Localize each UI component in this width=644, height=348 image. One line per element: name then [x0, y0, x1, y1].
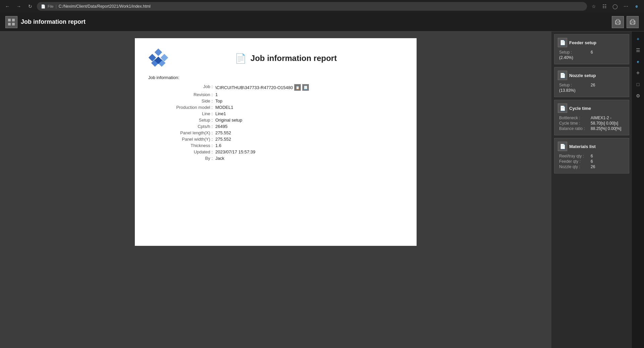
print-button-1[interactable]: [612, 16, 624, 28]
info-row: Panel width(Y) :275.552: [148, 137, 403, 142]
reload-button[interactable]: ↻: [25, 2, 35, 11]
sidebar: 📄Feeder setupSetup :6(2.40%)📄Nozzle setu…: [551, 31, 632, 348]
info-row: Job :\CIRCUITHUB\347733-R47720-O15480📋📃: [148, 84, 403, 91]
account-button[interactable]: ◯: [610, 2, 620, 11]
info-row: Thickness :1.6: [148, 143, 403, 148]
sidebar-row: Setup :26: [559, 83, 626, 87]
star-button[interactable]: ☆: [589, 2, 598, 11]
address-separator: |: [56, 4, 57, 9]
address-bar[interactable]: 📄 File | C:/Nexim/Client/Data/Report2021…: [37, 2, 587, 11]
svg-point-11: [634, 21, 635, 22]
svg-rect-1: [12, 19, 15, 21]
address-text: C:/Nexim/Client/Data/Report2021/Work1/in…: [59, 4, 151, 9]
info-label: Revision :: [148, 92, 215, 97]
sidebar-row-value: (13.83%): [559, 88, 576, 93]
print-buttons: [612, 16, 639, 28]
browser-actions: ☆ ☷ ◯ ⋯ e: [589, 2, 641, 11]
info-value: 2023/07/17 15:57:39: [215, 149, 255, 154]
sidebar-row: (2.40%): [559, 55, 626, 60]
back-button[interactable]: ←: [3, 2, 12, 11]
zoom-button[interactable]: +: [633, 34, 643, 44]
info-label: Cpts/h :: [148, 124, 215, 129]
svg-rect-3: [12, 23, 15, 25]
paper-title-icon: 📄: [235, 53, 247, 64]
maximize-button[interactable]: □: [633, 80, 643, 89]
sidebar-card-icon-nozzle-setup: 📄: [558, 71, 567, 80]
svg-rect-10: [631, 23, 634, 24]
info-value: 1: [215, 92, 218, 97]
info-value: \CIRCUITHUB\347733-R47720-O15480📋📃: [215, 84, 309, 91]
svg-point-7: [619, 21, 620, 22]
sidebar-row-value: 26: [591, 83, 595, 87]
sidebar-row: Setup :6: [559, 50, 626, 55]
sidebar-row: Nozzle qty :26: [559, 164, 626, 169]
info-value: 26495: [215, 124, 227, 129]
sidebar-card-header: 📄Feeder setup: [558, 38, 626, 47]
job-copy-icon[interactable]: 📋: [294, 84, 301, 91]
sidebar-card-nozzle-setup[interactable]: 📄Nozzle setupSetup :26(13.83%): [554, 67, 629, 97]
paper-title-area: 📄 Job information report: [168, 53, 403, 64]
info-label: Side :: [148, 98, 215, 103]
app-header: Job information report: [0, 13, 644, 31]
info-row: Updated :2023/07/17 15:57:39: [148, 149, 403, 154]
more-button[interactable]: ⋯: [621, 2, 631, 11]
file-icon: 📄: [41, 4, 46, 9]
sidebar-toggle[interactable]: ☰: [633, 46, 643, 55]
sidebar-row-label: Cycle time :: [559, 121, 589, 126]
sidebar-row-value: 6: [591, 50, 593, 55]
forward-button[interactable]: →: [14, 2, 23, 11]
main-content: 📄 Job information report Job information…: [0, 31, 644, 348]
app-title: Job information report: [21, 18, 86, 25]
info-value: Jack: [215, 156, 224, 161]
collections-button[interactable]: ☷: [600, 2, 609, 11]
info-row: Production model :MODEL1: [148, 105, 403, 110]
sidebar-row-label: Reel/tray qty :: [559, 154, 589, 158]
info-row: Revision :1: [148, 92, 403, 97]
sidebar-card-title: Cycle time: [569, 106, 591, 111]
svg-rect-9: [631, 19, 634, 21]
edge-icon[interactable]: e: [633, 57, 643, 66]
sidebar-row-value: 6: [591, 159, 593, 164]
sidebar-card-header: 📄Materials list: [558, 142, 626, 151]
info-row: Setup :Original setup: [148, 118, 403, 123]
sidebar-card-icon-materials-list: 📄: [558, 142, 567, 151]
sidebar-row-value: 88.25[%] 0.00[%]: [591, 126, 621, 131]
sidebar-card-body: Reel/tray qty :6Feeder qty :6Nozzle qty …: [558, 154, 626, 169]
edge-toolbar: + ☰ e + □ ⚙: [632, 31, 644, 348]
settings-button[interactable]: ⚙: [633, 91, 643, 100]
sidebar-card-feeder-setup[interactable]: 📄Feeder setupSetup :6(2.40%): [554, 34, 629, 64]
info-value: 275.552: [215, 130, 231, 135]
section-header: Job information:: [148, 75, 403, 80]
info-label: Panel width(Y) :: [148, 137, 215, 142]
sidebar-row-value: 26: [591, 164, 595, 169]
sidebar-row-label: Bottleneck :: [559, 116, 589, 120]
svg-rect-0: [8, 19, 11, 21]
info-value: Original setup: [215, 118, 242, 123]
info-label: Line :: [148, 111, 215, 116]
sidebar-card-cycle-time[interactable]: 📄Cycle timeBottleneck :AIMEX1-2 -Cycle t…: [554, 100, 629, 135]
sidebar-row-label: Setup :: [559, 50, 589, 55]
sidebar-row-value: (2.40%): [559, 55, 573, 60]
document-area: 📄 Job information report Job information…: [0, 31, 551, 348]
add-button[interactable]: +: [633, 68, 643, 78]
app-icon: [5, 16, 17, 28]
print-button-2[interactable]: [627, 16, 639, 28]
info-value: Top: [215, 98, 222, 103]
job-list-icon[interactable]: 📃: [302, 84, 309, 91]
sidebar-row: Reel/tray qty :6: [559, 154, 626, 158]
sidebar-row-label: Nozzle qty :: [559, 164, 589, 169]
info-value: 275.552: [215, 137, 231, 142]
sidebar-card-header: 📄Cycle time: [558, 103, 626, 113]
svg-rect-6: [616, 23, 619, 24]
sidebar-card-title: Feeder setup: [569, 40, 596, 45]
edge-logo[interactable]: e: [632, 2, 641, 11]
sidebar-row: (13.83%): [559, 88, 626, 93]
sidebar-row-value: AIMEX1-2 -: [591, 116, 611, 120]
sidebar-card-title: Materials list: [569, 144, 596, 149]
sidebar-card-body: Bottleneck :AIMEX1-2 -Cycle time :58.70[…: [558, 116, 626, 131]
info-label: Thickness :: [148, 143, 215, 148]
paper: 📄 Job information report Job information…: [135, 38, 417, 246]
info-label: Updated :: [148, 149, 215, 154]
sidebar-row: Bottleneck :AIMEX1-2 -: [559, 116, 626, 120]
sidebar-card-materials-list[interactable]: 📄Materials listReel/tray qty :6Feeder qt…: [554, 138, 629, 173]
